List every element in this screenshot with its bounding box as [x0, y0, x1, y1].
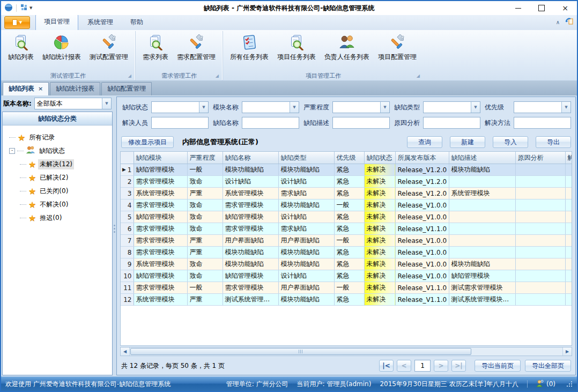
ribbon-tab-2[interactable]: 系统管理	[79, 15, 121, 30]
help-icon[interactable]	[565, 17, 574, 27]
table-row[interactable]: 3系统管理模块严重系统管理模块需求缺陷紧急未解决Release_V1.2.0系统…	[121, 188, 572, 199]
scroll-left-icon[interactable]: ◀	[121, 347, 130, 356]
filter-field-2-2[interactable]	[242, 117, 299, 129]
close-icon[interactable]: ×	[38, 86, 43, 92]
ribbon-tab-1[interactable]: 项目管理	[35, 14, 78, 30]
prev-page-button[interactable]: <	[397, 360, 411, 372]
filter-input[interactable]	[152, 117, 208, 128]
filter-input[interactable]	[514, 102, 561, 113]
next-page-button[interactable]: >	[434, 360, 448, 372]
collapse-icon[interactable]: -	[9, 148, 15, 154]
column-header-9[interactable]: 原因分析	[515, 152, 565, 164]
tree-item-4[interactable]: ★已解决(2)	[5, 171, 110, 184]
minimize-button[interactable]	[506, 1, 530, 15]
ribbon-button-1-2[interactable]: 缺陷统计报表	[39, 32, 85, 63]
chevron-down-icon[interactable]: ▼	[561, 102, 570, 113]
modify-columns-button[interactable]: 修改显示项目	[121, 136, 174, 148]
resize-grip-icon[interactable]	[566, 381, 573, 387]
chevron-down-icon[interactable]: ▼	[102, 98, 111, 109]
column-header-7[interactable]: 所属发布版本	[395, 152, 449, 164]
column-header-2[interactable]: 严重程度	[187, 152, 223, 164]
ribbon-button-3-1[interactable]: 所有任务列表	[226, 32, 272, 63]
filter-field-1-1[interactable]: ▼	[151, 101, 209, 113]
ribbon-button-2-2[interactable]: 需求配置管理	[173, 32, 219, 63]
table-row[interactable]: 11需求管理模块一般需求管理模块用户界面缺陷一般未解决Release_V1.1.…	[121, 282, 572, 294]
ribbon-button-1-3[interactable]: 测试配置管理	[86, 32, 132, 63]
ribbon-button-1-1[interactable]: 缺陷列表	[4, 32, 38, 63]
scrollbar-track[interactable]	[130, 347, 562, 356]
version-select[interactable]: 全部版本 ▼	[34, 98, 112, 109]
horizontal-scrollbar[interactable]: ◀ ▶	[120, 347, 572, 356]
filter-field-2-5[interactable]	[514, 117, 571, 129]
filter-field-1-3[interactable]: ▼	[332, 101, 390, 113]
new-button[interactable]: 新建	[450, 136, 485, 148]
table-row[interactable]: 10缺陷管理模块致命缺陷管理模块设计缺陷紧急未解决Release_V1.0.0缺…	[121, 270, 572, 282]
tree-item-1[interactable]: ★所有记录	[5, 131, 110, 144]
ribbon-button-3-3[interactable]: 负责人任务列表	[321, 32, 373, 63]
import-button[interactable]: 导入	[493, 136, 528, 148]
chevron-down-icon[interactable]: ▼	[471, 102, 480, 113]
filter-field-1-4[interactable]: ▼	[423, 101, 480, 113]
first-page-button[interactable]: |<	[379, 360, 394, 372]
ribbon-button-3-2[interactable]: 项目任务列表	[273, 32, 320, 63]
filter-input[interactable]	[152, 102, 199, 113]
filter-field-2-1[interactable]	[151, 117, 209, 129]
table-row[interactable]: 9系统管理模块致命模块功能缺陷模块功能缺陷紧急未解决Release_V1.0.0…	[121, 258, 572, 270]
table-row[interactable]: ▶1缺陷管理模块一般模块功能缺陷模块功能缺陷紧急未解决Release_V1.2.…	[121, 164, 572, 176]
tree-item-2[interactable]: -缺陷状态	[5, 144, 110, 158]
chevron-down-icon[interactable]: ▼	[380, 102, 389, 113]
table-row[interactable]: 4需求管理模块致命需求管理模块模块功能缺陷一般未解决Release_V1.0.0	[121, 199, 572, 211]
table-row[interactable]: 6需求管理模块致命需求管理模块需求缺陷紧急未解决Release_V1.1.0	[121, 223, 572, 235]
column-header-6[interactable]: 缺陷状态	[364, 152, 395, 164]
filter-input[interactable]	[333, 117, 389, 128]
ribbon-tab-3[interactable]: 帮助	[122, 15, 151, 30]
doc-tab-2[interactable]: 缺陷统计报表	[50, 82, 100, 95]
close-button[interactable]: ×	[553, 1, 577, 15]
filter-field-2-4[interactable]	[423, 117, 480, 129]
ribbon-collapse-icon[interactable]: ∧	[556, 19, 560, 25]
table-row[interactable]: 5缺陷管理模块致命缺陷管理模块设计缺陷紧急未解决Release_V1.0.0	[121, 211, 572, 223]
filter-input[interactable]	[424, 117, 480, 128]
table-row[interactable]: 12系统管理模块严重测试系统管理...模块功能缺陷紧急未解决Release_V1…	[121, 294, 572, 306]
doc-tab-3[interactable]: 缺陷配置管理	[101, 82, 152, 95]
export-all-pages-button[interactable]: 导出全部页	[525, 360, 571, 372]
column-header-3[interactable]: 缺陷名称	[223, 152, 278, 164]
tree-item-5[interactable]: ★已关闭(0)	[5, 184, 110, 198]
scrollbar-thumb[interactable]	[130, 348, 471, 355]
column-header-10[interactable]: 解决	[565, 152, 572, 164]
scroll-right-icon[interactable]: ▶	[562, 347, 572, 356]
filter-input[interactable]	[333, 102, 380, 113]
tree-item-6[interactable]: ★不解决(0)	[5, 198, 110, 211]
filter-input[interactable]	[424, 102, 471, 113]
export-button[interactable]: 导出	[536, 136, 571, 148]
column-header-4[interactable]: 缺陷类型	[278, 152, 334, 164]
quick-access-toolbar-button[interactable]: ▼	[20, 3, 33, 13]
column-header-5[interactable]: 优先级	[334, 152, 364, 164]
dialog-launcher-icon[interactable]: ◢	[128, 74, 131, 78]
filter-field-1-5[interactable]: ▼	[514, 101, 571, 113]
table-row[interactable]: 8需求管理模块严重模块功能缺陷模块功能缺陷紧急未解决Release_V1.0.0	[121, 247, 572, 258]
tree-item-7[interactable]: ★推迟(0)	[5, 211, 110, 225]
dialog-launcher-icon[interactable]: ◢	[216, 74, 219, 78]
filter-input[interactable]	[242, 117, 299, 128]
column-header-1[interactable]: 缺陷模块	[134, 152, 187, 164]
page-number-input[interactable]	[414, 360, 431, 372]
dialog-launcher-icon[interactable]: ◢	[417, 74, 420, 78]
chevron-down-icon[interactable]: ▼	[290, 102, 299, 113]
table-row[interactable]: 2需求管理模块致命设计缺陷设计缺陷紧急未解决Release_V1.2.0	[121, 176, 572, 188]
splitter[interactable]	[113, 97, 116, 375]
maximize-button[interactable]	[530, 1, 553, 15]
doc-tab-1[interactable]: 缺陷列表×	[3, 82, 49, 95]
last-page-button[interactable]: >|	[451, 360, 466, 372]
search-button[interactable]: 查询	[407, 136, 442, 148]
table-row[interactable]: 7需求管理模块严重用户界面缺陷用户界面缺陷一般未解决Release_V1.0.0	[121, 235, 572, 247]
tree-item-3[interactable]: ★未解决(12)	[5, 158, 110, 171]
filter-input[interactable]	[242, 102, 290, 113]
export-current-page-button[interactable]: 导出当前页	[475, 360, 521, 372]
filter-input[interactable]	[514, 117, 570, 128]
application-menu-button[interactable]: ▼	[4, 16, 30, 29]
filter-field-2-3[interactable]	[332, 117, 390, 129]
chevron-down-icon[interactable]: ▼	[199, 102, 208, 113]
ribbon-button-3-4[interactable]: 项目配置管理	[374, 32, 420, 63]
filter-field-1-2[interactable]: ▼	[242, 101, 299, 113]
